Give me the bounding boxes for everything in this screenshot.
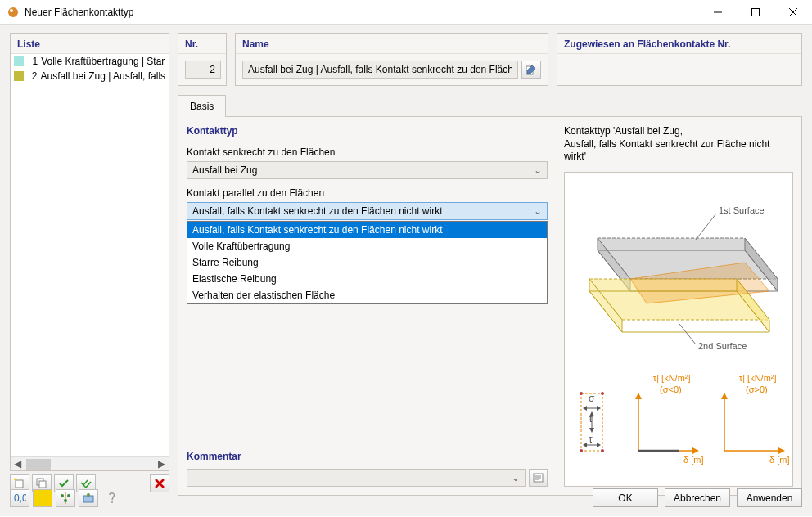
dropdown-option[interactable]: Verhalten der elastischen Fläche xyxy=(187,287,547,303)
name-header: Name xyxy=(236,34,548,54)
svg-point-69 xyxy=(111,501,113,503)
svg-point-33 xyxy=(601,449,604,452)
preview-description: Kontakttyp 'Ausfall bei Zug, Ausfall, fa… xyxy=(564,125,793,164)
kommentar-title: Kommentar xyxy=(187,451,548,462)
horizontal-scrollbar[interactable]: ◀ ▶ xyxy=(11,456,169,470)
app-icon xyxy=(7,6,20,19)
svg-rect-3 xyxy=(752,8,760,16)
view-button[interactable] xyxy=(79,489,98,507)
scroll-thumb[interactable] xyxy=(26,459,51,470)
nr-header: Nr. xyxy=(178,34,226,54)
list-item-text: Ausfall bei Zug | Ausfall, falls Ko xyxy=(41,70,165,82)
svg-rect-8 xyxy=(39,481,46,488)
list-item-num: 2 xyxy=(27,70,38,82)
svg-text:τ: τ xyxy=(589,434,593,445)
chevron-down-icon: ⌄ xyxy=(534,164,542,176)
scroll-left-icon[interactable]: ◀ xyxy=(11,457,25,471)
window-title: Neuer Flächenkontakttyp xyxy=(25,7,699,18)
dropdown-option[interactable]: Elastische Reibung xyxy=(187,271,547,287)
apply-button[interactable]: Anwenden xyxy=(737,488,802,507)
color-swatch xyxy=(14,71,24,81)
svg-point-0 xyxy=(8,7,18,17)
svg-point-64 xyxy=(61,494,64,497)
tab-basis[interactable]: Basis xyxy=(178,95,226,117)
svg-text:δ [m]: δ [m] xyxy=(769,455,789,465)
svg-text:δ [m]: δ [m] xyxy=(683,455,703,465)
svg-marker-36 xyxy=(583,406,587,411)
svg-point-1 xyxy=(10,9,13,12)
svg-point-30 xyxy=(580,392,583,395)
chevron-down-icon: ⌄ xyxy=(512,472,520,483)
dropdown-option[interactable]: Volle Kraftübertragung xyxy=(187,238,547,254)
svg-marker-41 xyxy=(589,428,594,433)
select-senkrecht[interactable]: Ausfall bei Zug ⌄ xyxy=(187,161,548,179)
dropdown-option[interactable]: Ausfall, falls Kontakt senkrecht zu den … xyxy=(187,222,547,238)
titlebar: Neuer Flächenkontakttyp xyxy=(0,0,812,25)
section-kontakttyp-title: Kontakttyp xyxy=(187,125,548,137)
svg-text:0,00: 0,00 xyxy=(14,492,26,504)
preview-diagram: 1st Surface 2nd Surface σ τ xyxy=(564,172,793,487)
svg-marker-44 xyxy=(583,443,587,447)
svg-line-26 xyxy=(679,324,696,344)
svg-marker-59 xyxy=(778,447,785,454)
list-header: Liste xyxy=(11,34,169,54)
svg-marker-57 xyxy=(721,393,728,399)
svg-rect-6 xyxy=(16,480,23,488)
svg-marker-49 xyxy=(635,393,642,399)
svg-text:(σ<0): (σ<0) xyxy=(660,384,682,394)
svg-line-20 xyxy=(696,214,716,240)
help-button[interactable] xyxy=(102,489,121,507)
dropdown-parallel[interactable]: Ausfall, falls Kontakt senkrecht zu den … xyxy=(187,221,548,304)
zug-header: Zugewiesen an Flächenkontakte Nr. xyxy=(557,34,801,54)
label-parallel: Kontakt parallel zu den Flächen xyxy=(187,187,548,199)
edit-name-button[interactable] xyxy=(521,61,541,79)
ok-button[interactable]: OK xyxy=(593,488,658,507)
close-button[interactable] xyxy=(774,0,812,25)
svg-text:|τ| [kN/m²]: |τ| [kN/m²] xyxy=(737,373,777,383)
list-body[interactable]: 1 Volle Kraftübertragung | Starre 2 Ausf… xyxy=(11,54,169,456)
window-controls xyxy=(699,0,812,25)
name-input[interactable] xyxy=(242,61,518,79)
surfaces-diagram: 1st Surface 2nd Surface σ τ xyxy=(573,181,801,475)
color-swatch xyxy=(14,56,24,66)
svg-point-65 xyxy=(67,494,70,497)
svg-point-66 xyxy=(64,499,67,502)
svg-marker-51 xyxy=(692,447,699,454)
chevron-down-icon: ⌄ xyxy=(534,205,542,217)
svg-point-31 xyxy=(601,392,604,395)
color-button[interactable] xyxy=(33,489,52,507)
select-parallel[interactable]: Ausfall, falls Kontakt senkrecht zu den … xyxy=(187,202,548,220)
select-parallel-value: Ausfall, falls Kontakt senkrecht zu den … xyxy=(192,205,442,217)
list-item-text: Volle Kraftübertragung | Starre xyxy=(41,56,165,67)
list-item: 1 Volle Kraftübertragung | Starre xyxy=(11,54,169,69)
list-item: 2 Ausfall bei Zug | Ausfall, falls Ko xyxy=(11,69,169,83)
svg-text:|τ| [kN/m²]: |τ| [kN/m²] xyxy=(651,373,691,383)
dropdown-option[interactable]: Starre Reibung xyxy=(187,254,547,271)
svg-marker-45 xyxy=(597,443,601,447)
svg-text:σ: σ xyxy=(589,393,595,404)
svg-rect-67 xyxy=(83,496,93,502)
scroll-right-icon[interactable]: ▶ xyxy=(155,457,169,471)
cancel-button[interactable]: Abbrechen xyxy=(665,488,730,507)
svg-text:(σ>0): (σ>0) xyxy=(746,384,768,394)
nr-input[interactable] xyxy=(185,61,221,79)
maximize-button[interactable] xyxy=(737,0,774,25)
node-button[interactable] xyxy=(56,489,75,507)
svg-text:1st Surface: 1st Surface xyxy=(719,205,765,215)
svg-marker-37 xyxy=(597,406,601,411)
delete-button[interactable] xyxy=(150,474,169,492)
label-senkrecht: Kontakt senkrecht zu den Flächen xyxy=(187,146,548,158)
kommentar-combo[interactable]: ⌄ xyxy=(187,469,526,487)
select-senkrecht-value: Ausfall bei Zug xyxy=(192,164,257,176)
list-item-num: 1 xyxy=(27,56,38,67)
svg-text:2nd Surface: 2nd Surface xyxy=(698,341,747,351)
minimize-button[interactable] xyxy=(699,0,737,25)
svg-point-32 xyxy=(580,449,583,452)
kommentar-edit-button[interactable] xyxy=(529,469,548,487)
svg-point-68 xyxy=(87,493,90,497)
units-button[interactable]: 0,00 xyxy=(10,489,29,507)
